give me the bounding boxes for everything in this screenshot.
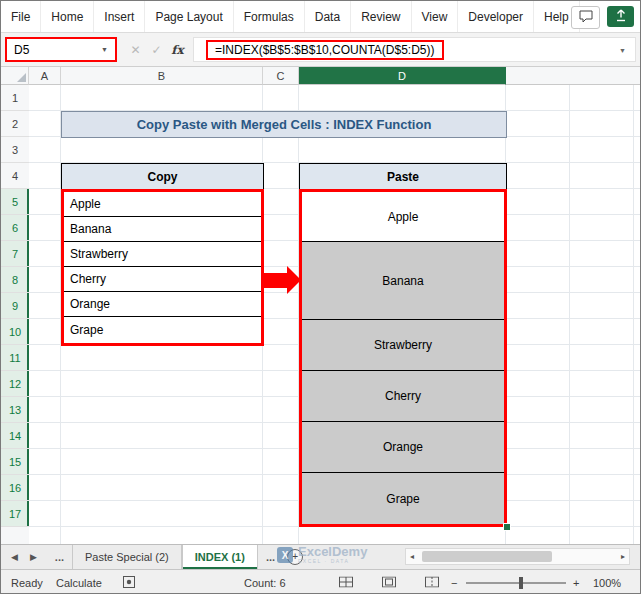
row-header-17[interactable]: 17	[1, 501, 29, 527]
status-calculate: Calculate	[56, 577, 102, 589]
name-box[interactable]: D5 ▼	[5, 37, 117, 62]
enter-icon[interactable]: ✓	[146, 43, 167, 57]
zoom-slider-track[interactable]	[466, 582, 566, 584]
horizontal-scrollbar[interactable]: ◂ ▸	[405, 548, 630, 565]
copy-range-red-annotation: Apple Banana Strawberry Cherry Orange Gr…	[61, 189, 264, 346]
sheet-nav-prev-icon[interactable]: ◀	[11, 552, 18, 562]
select-all-triangle-icon	[17, 73, 26, 82]
ribbon-tab-view[interactable]: View	[412, 1, 459, 32]
zoom-out-button[interactable]: −	[451, 577, 457, 589]
gridline-vertical	[569, 85, 570, 544]
column-header-c[interactable]: C	[263, 67, 299, 85]
insert-function-icon[interactable]: fx	[167, 43, 188, 57]
row-header-11[interactable]: 11	[1, 345, 29, 371]
speech-bubble-icon	[579, 9, 593, 27]
formula-text: =INDEX($B$5:$B$10,COUNTA(D$5:D5))	[206, 40, 444, 60]
sheet-tabs-overflow-right[interactable]: ...	[258, 545, 283, 569]
column-header-d-selected[interactable]: D	[299, 67, 506, 85]
ribbon-tab-formulas[interactable]: Formulas	[234, 1, 305, 32]
row-header-gutter: 1 2 3 4 5 6 7 8 9 10 11 12 13 14 15 16 1…	[1, 85, 29, 544]
ribbon-tab-file[interactable]: File	[1, 1, 41, 32]
merged-cell-d7[interactable]: Banana	[302, 242, 504, 320]
column-header-blank	[506, 67, 641, 85]
row-header-1[interactable]: 1	[1, 85, 29, 111]
name-box-value: D5	[14, 43, 29, 57]
cell-b7[interactable]: Strawberry	[64, 242, 261, 267]
row-header-3[interactable]: 3	[1, 137, 29, 163]
paste-range-red-annotation: Apple Banana Strawberry Cherry Orange Gr…	[299, 189, 507, 527]
view-normal-icon[interactable]	[339, 576, 353, 589]
formula-bar-buttons: ✕ ✓ fx	[125, 37, 188, 62]
row-header-4[interactable]: 4	[1, 163, 29, 189]
row-header-14[interactable]: 14	[1, 423, 29, 449]
row-header-10[interactable]: 10	[1, 319, 29, 345]
column-header-b[interactable]: B	[61, 67, 263, 85]
scroll-right-icon[interactable]: ▸	[621, 552, 625, 561]
select-all-corner[interactable]	[1, 67, 29, 85]
excel-window: File Home Insert Page Layout Formulas Da…	[0, 0, 641, 594]
name-box-chevron-down-icon[interactable]: ▼	[101, 46, 108, 53]
ribbon-tab-developer[interactable]: Developer	[458, 1, 534, 32]
row-header-2[interactable]: 2	[1, 111, 29, 137]
ribbon-tab-data[interactable]: Data	[305, 1, 351, 32]
cell-b8[interactable]: Cherry	[64, 267, 261, 292]
share-button[interactable]	[607, 6, 634, 27]
row-header-15[interactable]: 15	[1, 449, 29, 475]
status-count: Count: 6	[244, 577, 286, 589]
copy-table-header-cell[interactable]: Copy	[61, 163, 264, 190]
cell-b9[interactable]: Orange	[64, 292, 261, 317]
sheet-tabs-overflow-left[interactable]: ...	[47, 545, 72, 569]
scrollbar-thumb[interactable]	[422, 551, 552, 562]
ribbon-tab-bar: File Home Insert Page Layout Formulas Da…	[1, 1, 640, 33]
cell-b5[interactable]: Apple	[64, 192, 261, 217]
sheet-nav-next-icon[interactable]: ▶	[30, 552, 37, 562]
status-bar: Ready Calculate Count: 6 − + 100%	[1, 569, 640, 594]
sheet-tab-index-1-active[interactable]: INDEX (1)	[182, 545, 258, 569]
row-header-16[interactable]: 16	[1, 475, 29, 501]
formula-bar: D5 ▼ ✕ ✓ fx =INDEX($B$5:$B$10,COUNTA(D$5…	[1, 33, 640, 67]
row-header-9[interactable]: 9	[1, 293, 29, 319]
column-header-a[interactable]: A	[29, 67, 61, 85]
formula-bar-expand-chevron-icon[interactable]: ▼	[619, 46, 626, 53]
gridline-vertical	[633, 85, 634, 544]
ribbon-tab-page-layout[interactable]: Page Layout	[145, 1, 233, 32]
row-header-6[interactable]: 6	[1, 215, 29, 241]
merged-cell-d14[interactable]: Orange	[302, 422, 504, 473]
fill-handle[interactable]	[503, 523, 511, 531]
cell-b10[interactable]: Grape	[64, 317, 261, 342]
plus-icon: +	[287, 549, 303, 565]
merged-cell-d5-active[interactable]: Apple	[302, 192, 504, 242]
ribbon-tab-insert[interactable]: Insert	[94, 1, 145, 32]
row-header-5[interactable]: 5	[1, 189, 29, 215]
red-arrow-annotation	[264, 273, 287, 288]
row-header-7[interactable]: 7	[1, 241, 29, 267]
zoom-slider-thumb[interactable]	[519, 577, 523, 589]
ribbon-tab-home[interactable]: Home	[41, 1, 94, 32]
status-mode: Ready	[11, 577, 43, 589]
view-page-layout-icon[interactable]	[382, 576, 396, 589]
scroll-left-icon[interactable]: ◂	[410, 552, 414, 561]
new-sheet-button[interactable]: +	[287, 545, 303, 569]
cancel-icon[interactable]: ✕	[125, 43, 146, 57]
view-page-break-icon[interactable]	[425, 576, 439, 589]
paste-table-header-cell[interactable]: Paste	[299, 163, 507, 190]
ribbon-tab-review[interactable]: Review	[351, 1, 411, 32]
row-header-8[interactable]: 8	[1, 267, 29, 293]
worksheet-grid: A B C D 1 2 3 4 5 6 7 8 9 10 11 12 13 14…	[1, 67, 641, 544]
worksheet-title-cell[interactable]: Copy Paste with Merged Cells : INDEX Fun…	[61, 111, 507, 138]
row-header-13[interactable]: 13	[1, 397, 29, 423]
zoom-in-button[interactable]: +	[573, 577, 579, 589]
comments-button[interactable]	[571, 6, 600, 29]
row-header-12[interactable]: 12	[1, 371, 29, 397]
cell-b6[interactable]: Banana	[64, 217, 261, 242]
macro-record-icon[interactable]	[123, 576, 135, 590]
share-up-arrow-icon	[615, 8, 627, 26]
zoom-level[interactable]: 100%	[593, 577, 621, 589]
formula-input[interactable]: =INDEX($B$5:$B$10,COUNTA(D$5:D5)) ▼	[193, 37, 636, 62]
merged-cell-d16[interactable]: Grape	[302, 473, 504, 524]
merged-cell-d10[interactable]: Strawberry	[302, 320, 504, 371]
sheet-tab-paste-special-2[interactable]: Paste Special (2)	[72, 545, 182, 569]
merged-cell-d12[interactable]: Cherry	[302, 371, 504, 422]
